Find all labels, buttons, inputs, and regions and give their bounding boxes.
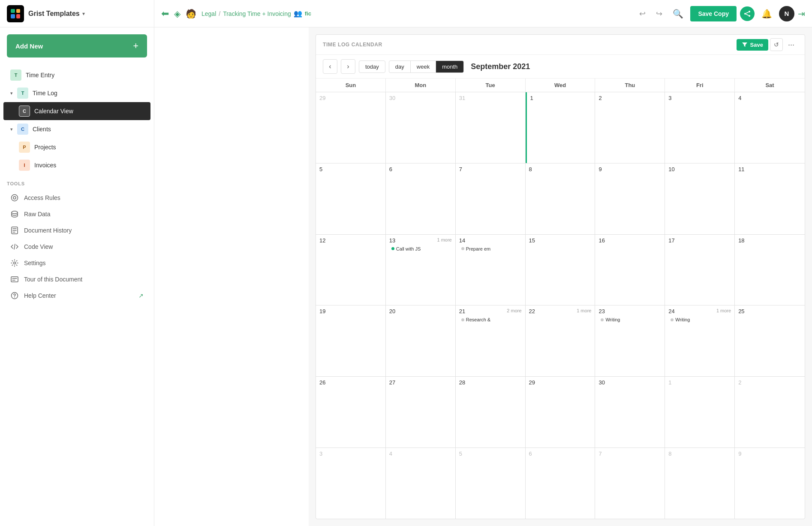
sidebar-item-time-log[interactable]: ▾ T Time Log xyxy=(3,84,150,102)
access-rules-icon xyxy=(10,193,19,202)
calendar-cell[interactable]: 27 xyxy=(386,377,456,447)
calendar-reset-button[interactable]: ↺ xyxy=(770,38,783,51)
tool-help-center[interactable]: Help Center ↗ xyxy=(3,287,150,304)
calendar-view-day[interactable]: day xyxy=(389,61,411,73)
calendar-cell[interactable]: 30 xyxy=(595,377,665,447)
save-copy-button[interactable]: Save Copy xyxy=(690,6,737,21)
calendar-cell[interactable]: 26 xyxy=(316,377,386,447)
user-avatar[interactable]: N xyxy=(779,6,794,21)
calendar-date: 4 xyxy=(738,95,801,101)
calendar-cell[interactable]: 23Writing xyxy=(595,305,665,376)
calendar-cell[interactable]: 9 xyxy=(735,448,805,519)
calendar-cell[interactable]: 5 xyxy=(456,448,526,519)
redo-button[interactable]: ↪ xyxy=(653,7,666,20)
back-icon[interactable]: ⬅ xyxy=(161,8,169,19)
svg-point-4 xyxy=(14,262,16,264)
sidebar-item-projects[interactable]: P Projects xyxy=(3,138,150,156)
calendar-cell[interactable]: 8 xyxy=(665,448,735,519)
calendar-next-button[interactable]: › xyxy=(341,59,355,74)
calendar-cell[interactable]: 241 moreWriting xyxy=(665,305,735,376)
day-header-fri: Fri xyxy=(665,79,735,92)
calendar-cell[interactable]: 221 more xyxy=(526,305,595,376)
calendar-cell[interactable]: 14Prepare em xyxy=(456,235,526,305)
calendar-cell[interactable]: 3 xyxy=(665,92,735,163)
calendar-event[interactable]: Research & xyxy=(459,316,522,323)
tool-code-view[interactable]: Code View xyxy=(3,239,150,255)
calendar-date: 3 xyxy=(668,95,731,101)
tool-settings[interactable]: Settings xyxy=(3,255,150,271)
undo-button[interactable]: ↩ xyxy=(636,7,649,20)
tool-raw-data[interactable]: Raw Data xyxy=(3,206,150,222)
calendar-cell[interactable]: 1 xyxy=(526,92,595,163)
calendar-cell[interactable]: 17 xyxy=(665,235,735,305)
notification-button[interactable]: 🔔 xyxy=(758,7,776,21)
calendar-more-button[interactable]: ··· xyxy=(785,39,798,51)
calendar-cell[interactable]: 7 xyxy=(595,448,665,519)
calendar-today-button[interactable]: today xyxy=(359,60,385,73)
calendar-cell[interactable]: 15 xyxy=(526,235,595,305)
app-logo[interactable] xyxy=(7,5,24,22)
calendar-more-label[interactable]: 1 more xyxy=(577,308,591,313)
calendar-more-label[interactable]: 2 more xyxy=(507,308,521,313)
tool-tour[interactable]: Tour of this Document xyxy=(3,271,150,287)
calendar-cell[interactable]: 2 xyxy=(595,92,665,163)
calendar-cell[interactable]: 8 xyxy=(526,163,595,234)
calendar-cell[interactable]: 9 xyxy=(595,163,665,234)
collapse-sidebar-button[interactable]: ⇥ xyxy=(798,9,805,19)
calendar-cell[interactable]: 16 xyxy=(595,235,665,305)
sidebar-item-clients[interactable]: ▾ C Clients xyxy=(3,120,150,138)
calendar-cell[interactable]: 4 xyxy=(735,92,805,163)
calendar-date: 3 xyxy=(319,450,382,457)
tool-access-rules[interactable]: Access Rules xyxy=(3,190,150,206)
calendar-date: 23 xyxy=(598,308,661,314)
calendar-view-month[interactable]: month xyxy=(436,61,463,73)
calendar-event[interactable]: Writing xyxy=(668,316,731,323)
calendar-more-label[interactable]: 1 more xyxy=(716,308,731,313)
calendar-cell[interactable]: 1 xyxy=(665,377,735,447)
calendar-cell[interactable]: 12 xyxy=(316,235,386,305)
calendar-cell[interactable]: 20 xyxy=(386,305,456,376)
calendar-more-label[interactable]: 1 more xyxy=(437,237,451,242)
calendar-cell[interactable]: 6 xyxy=(386,163,456,234)
share-icon-button[interactable] xyxy=(740,6,755,21)
calendar-event[interactable]: Call with JS xyxy=(389,245,452,252)
calendar-cell[interactable]: 31 xyxy=(456,92,526,163)
calendar-date: 30 xyxy=(389,95,452,101)
calendar-cell[interactable]: 18 xyxy=(735,235,805,305)
calendar-cell[interactable]: 2 xyxy=(735,377,805,447)
calendar-cell[interactable]: 6 xyxy=(526,448,595,519)
search-button[interactable]: 🔍 xyxy=(669,7,687,21)
calendar-prev-button[interactable]: ‹ xyxy=(323,59,337,74)
calendar-cell[interactable]: 25 xyxy=(735,305,805,376)
calendar-cell[interactable]: 10 xyxy=(665,163,735,234)
calendar-cell[interactable]: 29 xyxy=(526,377,595,447)
calendar-cell[interactable]: 28 xyxy=(456,377,526,447)
calendar-cell[interactable]: 212 moreResearch & xyxy=(456,305,526,376)
calendar-cell[interactable]: 3 xyxy=(316,448,386,519)
sidebar-item-calendar-view[interactable]: C Calendar View xyxy=(3,102,150,120)
calendar-save-button[interactable]: Save xyxy=(737,39,768,51)
calendar-cell[interactable]: 30 xyxy=(386,92,456,163)
sidebar-item-invoices[interactable]: I Invoices xyxy=(3,156,150,174)
calendar-day-headers: Sun Mon Tue Wed Thu Fri Sat xyxy=(316,79,805,92)
calendar-date: 17 xyxy=(668,237,731,244)
breadcrumb-doc[interactable]: Legal xyxy=(201,10,216,17)
app-title-area[interactable]: Grist Templates ▾ xyxy=(28,10,85,18)
breadcrumb-separator: / xyxy=(219,10,220,17)
calendar-cell[interactable]: 11 xyxy=(735,163,805,234)
calendar-date: 5 xyxy=(459,450,522,457)
tool-document-history[interactable]: Document History xyxy=(3,222,150,239)
breadcrumb-page[interactable]: Tracking Time + Invoicing xyxy=(223,10,291,17)
calendar-cell[interactable]: 7 xyxy=(456,163,526,234)
calendar-cell[interactable]: 19 xyxy=(316,305,386,376)
calendar-cell[interactable]: 5 xyxy=(316,163,386,234)
calendar-event[interactable]: Writing xyxy=(598,316,661,323)
calendar-event[interactable]: Prepare em xyxy=(459,245,522,252)
calendar-view-group: day week month xyxy=(389,60,464,73)
add-new-button[interactable]: Add New + xyxy=(7,34,147,57)
calendar-cell[interactable]: 29 xyxy=(316,92,386,163)
calendar-cell[interactable]: 131 moreCall with JS xyxy=(386,235,456,305)
sidebar-item-time-entry[interactable]: T Time Entry xyxy=(3,66,150,84)
calendar-view-week[interactable]: week xyxy=(411,61,436,73)
calendar-cell[interactable]: 4 xyxy=(386,448,456,519)
